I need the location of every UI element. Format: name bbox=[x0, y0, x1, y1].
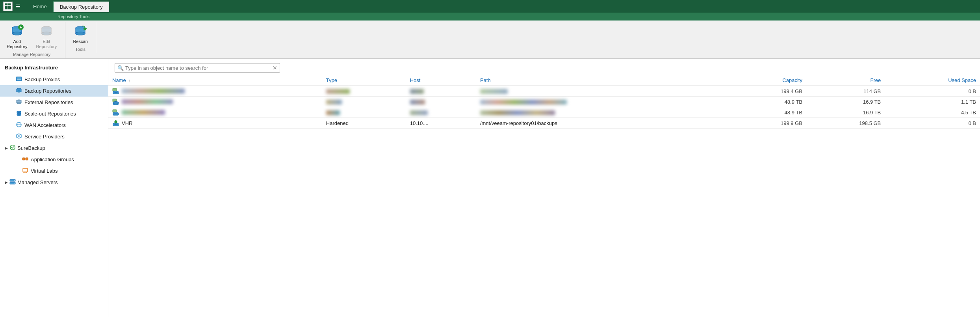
rescan-button[interactable]: Rescan bbox=[69, 22, 92, 46]
svg-point-52 bbox=[113, 103, 119, 105]
col-capacity[interactable]: Capacity bbox=[728, 75, 806, 86]
cell-type-row4: Hardened bbox=[322, 118, 406, 129]
svg-point-33 bbox=[18, 135, 20, 137]
virtual-labs-label: Virtual Labs bbox=[31, 168, 58, 174]
search-box: 🔍 ✕ bbox=[115, 63, 280, 73]
type-blurred-row2 bbox=[326, 100, 342, 104]
backup-repositories-icon bbox=[16, 87, 22, 95]
svg-rect-53 bbox=[113, 110, 117, 112]
col-used-space[interactable]: Used Space bbox=[885, 75, 980, 86]
cell-host-row4: 10.10.... bbox=[406, 118, 476, 129]
svg-point-56 bbox=[113, 114, 119, 116]
svg-rect-34 bbox=[22, 158, 25, 160]
cell-path-row4: /mnt/veeam-repository01/backups bbox=[476, 118, 728, 129]
edit-repository-button[interactable]: EditRepository bbox=[33, 22, 61, 51]
host-blurred-row2 bbox=[410, 100, 425, 104]
scale-out-icon bbox=[16, 110, 22, 117]
cell-usedspace-row4: 0 B bbox=[885, 118, 980, 129]
path-blurred-row2 bbox=[480, 100, 567, 104]
service-providers-icon bbox=[16, 133, 22, 140]
cell-free-row1: 114 GB bbox=[806, 86, 885, 97]
repositories-table: Name ↑ Type Host Path Capacity Free Used… bbox=[108, 75, 980, 129]
svg-rect-8 bbox=[20, 26, 21, 28]
cell-path-row3 bbox=[476, 107, 728, 118]
managed-servers-expand-icon: ▶ bbox=[5, 180, 8, 185]
external-repositories-label: External Repositories bbox=[24, 99, 73, 105]
svg-rect-37 bbox=[23, 168, 28, 172]
svg-point-44 bbox=[14, 183, 15, 184]
service-providers-label: Service Providers bbox=[24, 134, 65, 140]
svg-rect-45 bbox=[113, 88, 117, 91]
sidebar-section-title: Backup Infrastructure bbox=[0, 62, 108, 74]
search-input[interactable] bbox=[125, 65, 271, 71]
edit-repository-icon bbox=[39, 24, 54, 38]
wan-label: WAN Accelerators bbox=[24, 122, 66, 128]
col-host[interactable]: Host bbox=[406, 75, 476, 86]
sidebar-item-external-repositories[interactable]: External Repositories bbox=[0, 97, 108, 108]
application-groups-label: Application Groups bbox=[31, 157, 74, 162]
name-blurred-row1 bbox=[122, 89, 185, 93]
add-repository-button[interactable]: AddRepository bbox=[3, 22, 31, 51]
wan-icon bbox=[16, 121, 22, 129]
tab-home[interactable]: Home bbox=[27, 1, 54, 12]
svg-rect-35 bbox=[26, 158, 28, 160]
context-tab-label: Repository Tools bbox=[51, 14, 96, 19]
col-name[interactable]: Name ↑ bbox=[108, 75, 322, 86]
add-repository-icon bbox=[10, 24, 24, 38]
repo-icon-row3 bbox=[112, 109, 119, 116]
search-bar-row: 🔍 ✕ bbox=[108, 59, 980, 75]
svg-rect-17 bbox=[17, 79, 21, 80]
cell-usedspace-row1: 0 B bbox=[885, 86, 980, 97]
col-type[interactable]: Type bbox=[322, 75, 406, 86]
repo-icon-row2 bbox=[112, 99, 119, 105]
cell-capacity-row3: 48.9 TB bbox=[728, 107, 806, 118]
svg-point-48 bbox=[113, 93, 119, 95]
table-row[interactable]: 199.4 GB 114 GB 0 B bbox=[108, 86, 980, 97]
cell-usedspace-row2: 1.1 TB bbox=[885, 97, 980, 107]
type-blurred-row1 bbox=[326, 89, 350, 94]
surebackup-icon bbox=[9, 144, 16, 152]
cell-capacity-row4: 199.9 GB bbox=[728, 118, 806, 129]
name-blurred-row3 bbox=[122, 110, 165, 115]
ribbon: AddRepository EditRepository Manage Repo… bbox=[0, 21, 980, 59]
svg-point-43 bbox=[14, 180, 15, 181]
col-free[interactable]: Free bbox=[806, 75, 885, 86]
sidebar-item-wan[interactable]: WAN Accelerators bbox=[0, 119, 108, 131]
svg-point-11 bbox=[42, 32, 51, 35]
table-area: Name ↑ Type Host Path Capacity Free Used… bbox=[108, 75, 980, 317]
col-path[interactable]: Path bbox=[476, 75, 728, 86]
sidebar-item-application-groups[interactable]: Application Groups bbox=[0, 154, 108, 165]
sidebar-item-service-providers[interactable]: Service Providers bbox=[0, 131, 108, 142]
svg-point-59 bbox=[113, 125, 119, 127]
hardened-repo-icon bbox=[112, 120, 119, 126]
managed-servers-icon bbox=[9, 179, 16, 186]
rescan-icon bbox=[73, 24, 87, 38]
cell-name-row2 bbox=[108, 97, 322, 107]
cell-name-row4: VHR bbox=[108, 118, 322, 129]
sidebar-item-backup-repositories[interactable]: Backup Repositories bbox=[0, 85, 108, 97]
scale-out-label: Scale-out Repositories bbox=[24, 111, 76, 117]
cell-free-row2: 16.9 TB bbox=[806, 97, 885, 107]
content-area: 🔍 ✕ Name ↑ Type Host Path Capa bbox=[108, 59, 980, 317]
manage-repository-group-label: Manage Repository bbox=[3, 52, 60, 57]
sidebar-item-virtual-labs[interactable]: Virtual Labs bbox=[0, 165, 108, 177]
application-groups-icon bbox=[22, 156, 28, 163]
cell-capacity-row2: 48.9 TB bbox=[728, 97, 806, 107]
managed-servers-group-header[interactable]: ▶ Managed Servers bbox=[0, 177, 108, 188]
cell-type-row3 bbox=[322, 107, 406, 118]
table-row[interactable]: 48.9 TB 16.9 TB 4.5 TB bbox=[108, 107, 980, 118]
table-row[interactable]: VHR Hardened 10.10.... /mnt/veeam-reposi… bbox=[108, 118, 980, 129]
path-blurred-row1 bbox=[480, 89, 508, 94]
surebackup-group-header[interactable]: ▶ SureBackup bbox=[0, 142, 108, 154]
search-clear-icon[interactable]: ✕ bbox=[273, 65, 277, 71]
type-blurred-row3 bbox=[326, 110, 340, 115]
sidebar-item-backup-proxies[interactable]: Backup Proxies bbox=[0, 74, 108, 85]
cell-capacity-row1: 199.4 GB bbox=[728, 86, 806, 97]
table-row[interactable]: 48.9 TB 16.9 TB 1.1 TB bbox=[108, 97, 980, 107]
sidebar-item-scale-out[interactable]: Scale-out Repositories bbox=[0, 108, 108, 119]
tab-backup-repository[interactable]: Backup Repository bbox=[54, 1, 109, 12]
tools-group-label: Tools bbox=[69, 47, 92, 52]
hamburger-menu[interactable]: ☰ bbox=[16, 4, 20, 9]
path-blurred-row3 bbox=[480, 110, 555, 115]
title-bar: ☰ Home Backup Repository bbox=[0, 0, 980, 13]
